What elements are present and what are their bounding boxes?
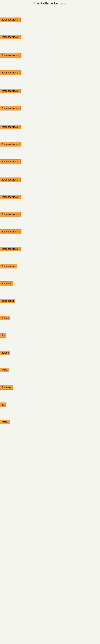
site-title: TheBottlenecker.com [0,0,100,6]
bottleneck-item-6[interactable]: Bottleneck result [0,106,21,111]
bottleneck-badge-20: Bottlen [0,350,10,355]
bottleneck-item-1[interactable]: Bottleneck result [0,18,21,23]
bottleneck-badge-9: Bottleneck result [0,160,21,164]
bottleneck-badge-1: Bottleneck result [0,18,21,22]
bottleneck-badge-17: Bottleneck r [0,299,15,303]
bottleneck-item-2[interactable]: Bottleneck result [0,35,21,40]
bottleneck-badge-16: Bottlenec [0,281,13,286]
bottleneck-badge-10: Bottleneck result [0,178,21,182]
bottleneck-item-12[interactable]: Bottleneck result [0,212,21,217]
bottleneck-badge-19: Bot [0,333,6,338]
bottleneck-item-10[interactable]: Bottleneck result [0,178,21,183]
bottleneck-item-5[interactable]: Bottleneck result [0,89,21,94]
bottleneck-item-7[interactable]: Bottleneck result [0,125,21,130]
bottleneck-item-13[interactable]: Bottleneck result [0,230,21,235]
bottleneck-item-21[interactable]: Bottle [0,368,9,373]
bottleneck-badge-18: Bottlen [0,316,10,320]
bottleneck-badge-21: Bottle [0,368,9,372]
bottleneck-item-22[interactable]: Bottlenec [0,385,13,390]
bottleneck-badge-24: Bottler [0,420,10,424]
bottleneck-badge-8: Bottleneck result [0,142,21,146]
bottleneck-badge-22: Bottlenec [0,385,13,390]
bottleneck-badge-7: Bottleneck result [0,125,21,129]
bottleneck-item-15[interactable]: Bottleneck re [0,264,17,269]
bottleneck-item-4[interactable]: Bottleneck result [0,70,21,76]
bottleneck-badge-4: Bottleneck result [0,70,21,75]
bottleneck-badge-14: Bottleneck result [0,247,21,251]
bottleneck-badge-12: Bottleneck result [0,212,21,216]
bottleneck-badge-3: Bottleneck result [0,53,21,58]
bottleneck-item-16[interactable]: Bottlenec [0,281,13,286]
bottleneck-item-14[interactable]: Bottleneck result [0,247,21,252]
bottleneck-item-9[interactable]: Bottleneck result [0,160,21,164]
bottleneck-badge-5: Bottleneck result [0,89,21,93]
bottleneck-item-24[interactable]: Bottler [0,420,10,425]
bottleneck-item-18[interactable]: Bottlen [0,316,10,321]
bottleneck-badge-6: Bottleneck result [0,106,21,110]
bottleneck-item-11[interactable]: Bottleneck result [0,195,21,200]
bottleneck-badge-15: Bottleneck re [0,264,17,268]
bottleneck-badge-13: Bottleneck result [0,230,21,234]
bottleneck-badge-23: Bo [0,402,6,407]
bottleneck-badge-2: Bottleneck result [0,35,21,39]
bottleneck-item-8[interactable]: Bottleneck result [0,142,21,147]
bottleneck-item-19[interactable]: Bot [0,333,6,338]
bottleneck-badge-11: Bottleneck result [0,195,21,199]
bottleneck-item-23[interactable]: Bo [0,402,6,408]
bottleneck-item-17[interactable]: Bottleneck r [0,299,15,304]
bottleneck-item-20[interactable]: Bottlen [0,350,10,356]
bottleneck-item-3[interactable]: Bottleneck result [0,53,21,58]
